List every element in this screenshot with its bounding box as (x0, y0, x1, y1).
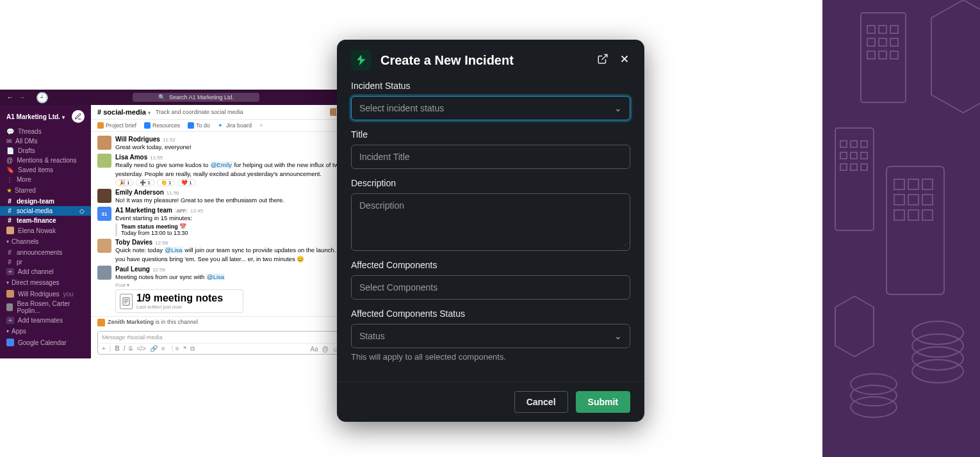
nav-back-icon[interactable]: ← (6, 93, 13, 101)
resize-handle-icon[interactable]: ⋰ (622, 242, 628, 249)
strike-icon[interactable]: S̶ (129, 345, 133, 353)
title-input[interactable]: Incident Title (351, 145, 630, 169)
bookmark-project-brief[interactable]: Project brief (97, 122, 136, 129)
chevron-down-icon: ⌄ (614, 103, 622, 113)
sidebar-dm-group[interactable]: Bea Rosen, Carter Poplin... (0, 299, 91, 316)
search-placeholder: Search A1 Marketing Ltd. (169, 94, 234, 100)
message-time: 12:58 (155, 240, 168, 246)
mention[interactable]: @Emily (210, 161, 233, 168)
submit-button[interactable]: Submit (576, 391, 630, 413)
sidebar-saved[interactable]: 🔖Saved items (0, 165, 91, 175)
slack-top-bar: ← → 🕘 🔍 Search A1 Marketing Ltd. ? (0, 90, 359, 105)
components-select[interactable]: Select Components (351, 275, 630, 300)
sidebar-drafts[interactable]: 📄Drafts (0, 146, 91, 156)
message-author[interactable]: Lisa Amos (115, 154, 147, 161)
history-icon[interactable]: 🕘 (36, 92, 49, 104)
sidebar-section-apps[interactable]: ▾Apps (0, 325, 91, 337)
avatar[interactable] (97, 154, 111, 168)
bookmark-todo[interactable]: To do (188, 122, 210, 129)
doc-subtitle: Last edited just now (136, 304, 223, 310)
message-time: 11:56 (167, 190, 179, 196)
message-text: No! It was my pleasure! Great to see the… (115, 196, 352, 204)
bookmark-jira[interactable]: ✦Jira board (218, 122, 252, 129)
sidebar-all-dms[interactable]: ✉All DMs (0, 136, 91, 146)
sidebar-section-channels[interactable]: ▾Channels (0, 236, 91, 248)
close-icon[interactable] (619, 53, 630, 67)
reaction[interactable]: 👏1 (157, 179, 175, 186)
message-composer[interactable]: Message #social-media + | B I S̶ </> 🔗 ≡… (97, 331, 352, 355)
channel-topic: Track and coordinate social media (156, 109, 243, 115)
comp-status-hint: This will apply to all selected componen… (351, 352, 630, 362)
message: Paul Leung12:58 Meeting notes from our s… (91, 264, 359, 314)
message: Will Rodrigues11:52 Great work today, ev… (91, 134, 359, 152)
message-text: Meeting notes from our sync with @Lisa (115, 273, 352, 281)
avatar[interactable] (97, 136, 111, 150)
search-icon: 🔍 (158, 94, 165, 100)
avatar[interactable] (97, 239, 111, 253)
event-title[interactable]: Team status meeting (121, 223, 178, 230)
sidebar-item-pr[interactable]: #pr (0, 257, 91, 267)
reaction[interactable]: ❤️1 (177, 179, 195, 186)
sidebar-add-channel[interactable]: +Add channel (0, 267, 91, 277)
search-input[interactable]: 🔍 Search A1 Marketing Ltd. (133, 93, 259, 102)
doc-card[interactable]: 1/9 meeting notes Last edited just now (115, 289, 243, 313)
message: 31 A1 Marketing teamAPP12:45 Event start… (91, 205, 359, 237)
bookmark-resources[interactable]: Resources (144, 122, 180, 129)
avatar[interactable] (97, 266, 111, 280)
message-text: Quick note: today @Lisa will join our te… (115, 246, 352, 263)
link-icon[interactable]: 🔗 (150, 345, 158, 353)
comp-status-select[interactable]: Status ⌄ (351, 324, 630, 348)
message-author[interactable]: Toby Davies (115, 239, 152, 246)
workspace-name[interactable]: A1 Marketing Ltd. ▾ (6, 113, 65, 120)
italic-icon[interactable]: I (124, 345, 126, 353)
ul-icon[interactable]: ⋮≡ (169, 345, 179, 353)
sidebar-section-starred[interactable]: ★Starred (0, 184, 91, 196)
reaction[interactable]: 🎉1 (115, 179, 133, 186)
bookmark-add[interactable]: + (259, 122, 263, 129)
slack-sidebar: A1 Marketing Ltd. ▾ 💬Threads ✉All DMs 📄D… (0, 105, 91, 358)
sidebar-item-elena[interactable]: Elena Nowak (0, 225, 91, 236)
message-text: Really need to give some kudos to @Emily… (115, 161, 352, 178)
sidebar-more[interactable]: ⋮More (0, 175, 91, 184)
components-label: Affected Components (351, 260, 630, 270)
sidebar-app-gcal[interactable]: Google Calendar (0, 337, 91, 348)
code-icon[interactable]: </> (136, 345, 145, 353)
sidebar-item-design-team[interactable]: #design-team (0, 196, 91, 206)
format-icon[interactable]: Aa (310, 346, 318, 353)
codeblock-icon[interactable]: ⧉ (190, 345, 195, 353)
open-external-icon[interactable] (597, 53, 608, 67)
app-badge: APP (175, 209, 188, 213)
mention-icon[interactable]: @ (322, 346, 329, 353)
message-author[interactable]: Paul Leung (115, 266, 150, 273)
cancel-button[interactable]: Cancel (514, 391, 568, 413)
sidebar-mentions[interactable]: @Mentions & reactions (0, 156, 91, 165)
sidebar-section-dms[interactable]: ▾Direct messages (0, 277, 91, 289)
bold-icon[interactable]: B (115, 345, 119, 353)
description-textarea[interactable]: Description⋰ (351, 193, 630, 251)
channel-name[interactable]: # social-media ▾ (97, 108, 151, 116)
message-text: Great work today, everyone! (115, 143, 352, 151)
message-author[interactable]: A1 Marketing team (115, 207, 172, 214)
sidebar-item-team-finance[interactable]: #team-finance (0, 216, 91, 225)
title-label: Title (351, 129, 630, 140)
compose-button[interactable] (72, 110, 85, 123)
message-author[interactable]: Will Rodrigues (115, 136, 160, 143)
avatar[interactable] (97, 189, 111, 203)
ol-icon[interactable]: ≡ (161, 345, 165, 353)
attach-icon[interactable]: + (102, 345, 106, 353)
mention[interactable]: @Lisa (165, 246, 183, 253)
mention[interactable]: @Lisa (206, 273, 225, 280)
avatar[interactable]: 31 (97, 207, 111, 221)
sidebar-add-teammates[interactable]: +Add teammates (0, 316, 91, 325)
status-select[interactable]: Select incident status ⌄ (351, 96, 630, 120)
sidebar-item-social-media[interactable]: #social-media◇ (0, 206, 91, 216)
message-time: 11:55 (150, 155, 163, 161)
quote-icon[interactable]: ❝ (183, 345, 186, 353)
sidebar-item-announcements[interactable]: #announcements (0, 248, 91, 257)
doc-icon (120, 294, 133, 309)
message-author[interactable]: Emily Anderson (115, 189, 164, 196)
sidebar-threads[interactable]: 💬Threads (0, 127, 91, 136)
reaction[interactable]: ➕1 (136, 179, 154, 186)
composer-input[interactable]: Message #social-media (98, 332, 352, 343)
sidebar-dm-self[interactable]: Will Rodrigues you (0, 289, 91, 299)
